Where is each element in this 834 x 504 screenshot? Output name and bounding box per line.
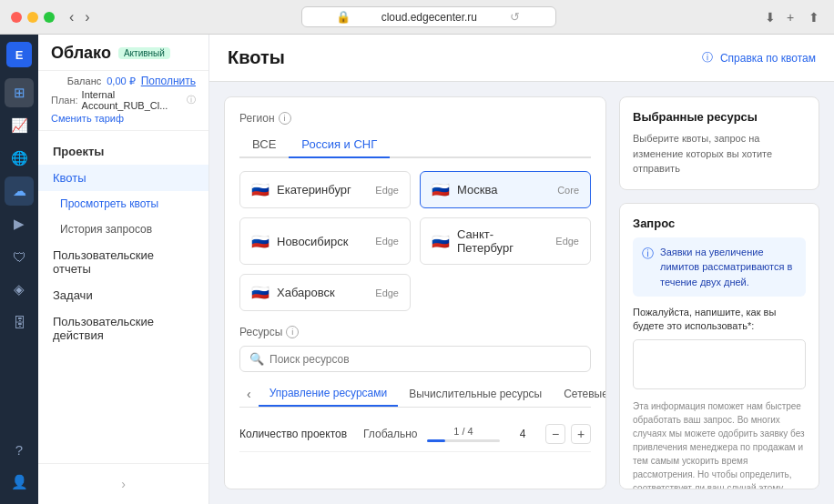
- sidebar-icon-storage[interactable]: 🗄: [5, 307, 34, 337]
- help-icon: ⓘ: [702, 50, 713, 66]
- resources-label: Ресурсы i: [239, 326, 591, 338]
- region-type-msk: Core: [557, 185, 579, 196]
- help-link[interactable]: ⓘ Справка по квотам: [702, 50, 816, 66]
- search-box: 🔍: [239, 346, 591, 372]
- sidebar-item-user-actions[interactable]: Пользовательские действия: [38, 308, 208, 348]
- close-button[interactable]: [11, 12, 22, 23]
- region-name-nsk: Новосибирск: [277, 235, 368, 248]
- sidebar-icon-cloud[interactable]: ☁: [5, 176, 34, 206]
- region-tabs: ВСЕ Россия и СНГ: [239, 132, 591, 158]
- tab-all[interactable]: ВСЕ: [239, 132, 289, 158]
- request-title: Запрос: [633, 217, 806, 230]
- collapse-button[interactable]: ›: [38, 471, 208, 497]
- sidebar-item-projects[interactable]: Проекты: [38, 138, 208, 165]
- projects-label: Проекты: [53, 145, 104, 158]
- app-content: Квоты ⓘ Справка по квотам Регион i ВСЕ: [209, 35, 834, 504]
- search-icon: 🔍: [249, 352, 264, 366]
- region-card-nsk[interactable]: 🇷🇺 Новосибирск Edge: [239, 217, 411, 265]
- flag-ekb: 🇷🇺: [251, 181, 270, 198]
- region-card-ekb[interactable]: 🇷🇺 Екатеринбург Edge: [239, 171, 411, 208]
- region-info-icon[interactable]: i: [279, 112, 291, 125]
- quota-fraction: 1 / 4: [453, 426, 473, 437]
- increment-button[interactable]: +: [571, 424, 591, 444]
- maximize-button[interactable]: [44, 12, 55, 23]
- selected-resources-title: Выбранные ресурсы: [633, 110, 806, 124]
- help-text: Справка по квотам: [720, 52, 816, 65]
- flag-msk: 🇷🇺: [432, 181, 450, 198]
- sidebar-icon-analytics[interactable]: 📈: [5, 111, 34, 140]
- usage-textarea[interactable]: [633, 339, 806, 389]
- balance-amount: 0,00 ₽: [107, 76, 135, 87]
- back-button[interactable]: ‹: [66, 7, 77, 27]
- rtab-manage[interactable]: Управление ресурсами: [259, 381, 399, 407]
- add-tab-icon[interactable]: +: [787, 10, 801, 25]
- region-name-msk: Москва: [457, 183, 550, 197]
- region-grid: 🇷🇺 Екатеринбург Edge 🇷🇺 Москва Core 🇷🇺 Н…: [239, 171, 591, 311]
- sidebar-item-quotas[interactable]: Квоты: [38, 165, 208, 191]
- user-actions-label: Пользовательские действия: [53, 315, 194, 342]
- stepper: − +: [545, 424, 591, 444]
- app-title: Облако: [51, 44, 111, 63]
- resources-info-icon[interactable]: i: [286, 326, 299, 338]
- region-card-spb[interactable]: 🇷🇺 Санкт-Петербург Edge: [420, 217, 591, 265]
- rtab-compute[interactable]: Вычислительные ресурсы: [398, 382, 553, 406]
- quotas-label: Квоты: [53, 171, 86, 185]
- sidebar-icon-user[interactable]: 👤: [5, 468, 34, 497]
- titlebar: ‹ › 🔒 cloud.edgecenter.ru ↺ ⬇ + ⬆: [0, 0, 834, 35]
- url-text: cloud.edgecenter.ru: [381, 11, 477, 24]
- app: E ⊞ 📈 🌐 ☁ ▶ 🛡 ◈ 🗄 ? 👤 Облако Активный Ба…: [0, 35, 834, 504]
- region-card-kbr[interactable]: 🇷🇺 Хабаровск Edge: [239, 274, 411, 311]
- sidebar-icon-dns[interactable]: ◈: [5, 275, 34, 304]
- sidebar-icon-video[interactable]: ▶: [5, 209, 34, 238]
- change-tariff-link[interactable]: Сменить тариф: [51, 113, 124, 124]
- address-bar[interactable]: 🔒 cloud.edgecenter.ru ↺: [301, 6, 556, 27]
- topbar: Квоты ⓘ Справка по квотам: [209, 35, 834, 82]
- region-type-kbr: Edge: [375, 287, 399, 298]
- sidebar-item-tasks[interactable]: Задачи: [38, 282, 208, 308]
- sidebar-icon-globe[interactable]: 🌐: [5, 144, 34, 173]
- search-input[interactable]: [270, 353, 581, 366]
- resources-section: Ресурсы i 🔍 ‹ Управление ресурсами Вычис…: [239, 326, 591, 452]
- right-panel: Выбранные ресурсы Выберите квоты, запрос…: [619, 96, 819, 489]
- minimize-button[interactable]: [27, 12, 38, 23]
- balance-label: Баланс: [67, 76, 101, 86]
- sidebar-item-user-reports[interactable]: Пользовательские отчеты: [38, 242, 208, 282]
- rtab-network[interactable]: Сетевые сервисы: [553, 382, 606, 406]
- sidebar-icon-help[interactable]: ?: [5, 435, 34, 464]
- traffic-lights: [11, 12, 55, 23]
- region-card-msk[interactable]: 🇷🇺 Москва Core: [420, 171, 591, 208]
- flag-nsk: 🇷🇺: [251, 233, 270, 250]
- resource-scope-projects: Глобально: [363, 428, 418, 440]
- region-section: Регион i ВСЕ Россия и СНГ 🇷🇺 Екатеринбур…: [239, 112, 591, 311]
- plan-name: Internal Account_RUB_Cl...: [82, 89, 183, 111]
- sidebar-icon-dashboard[interactable]: ⊞: [5, 78, 34, 107]
- main-sidebar: Облако Активный Баланс 0,00 ₽ Пополнить …: [38, 35, 209, 504]
- sidebar-item-request-history[interactable]: История запросов: [38, 217, 208, 242]
- resource-row-projects: Количество проектов Глобально 1 / 4 4 − …: [239, 417, 591, 452]
- flag-kbr: 🇷🇺: [251, 284, 270, 301]
- download-icon[interactable]: ⬇: [765, 10, 779, 25]
- request-hint: Эта информация поможет нам быстрее обраб…: [633, 399, 806, 489]
- plan-prefix: План:: [51, 95, 78, 106]
- region-label: Регион i: [239, 112, 591, 125]
- sidebar-icon-shield[interactable]: 🛡: [5, 242, 34, 271]
- replenish-button[interactable]: Пополнить: [141, 75, 196, 87]
- user-reports-label: Пользовательские отчеты: [53, 248, 194, 276]
- main-panel: Регион i ВСЕ Россия и СНГ 🇷🇺 Екатеринбур…: [224, 96, 606, 489]
- region-name-kbr: Хабаровск: [277, 286, 368, 299]
- quota-value: 4: [509, 428, 536, 440]
- request-history-label: История запросов: [60, 223, 152, 236]
- rtab-prev[interactable]: ‹: [239, 383, 259, 405]
- region-type-spb: Edge: [555, 236, 579, 247]
- sidebar-bottom: ›: [38, 463, 208, 504]
- decrement-button[interactable]: −: [545, 424, 565, 444]
- selected-resources-desc: Выберите квоты, запрос на изменение кото…: [633, 131, 806, 176]
- active-badge: Активный: [118, 47, 170, 59]
- forward-button[interactable]: ›: [81, 7, 93, 27]
- share-icon[interactable]: ⬆: [809, 10, 823, 25]
- nav-buttons: ‹ ›: [66, 7, 94, 27]
- sidebar-item-view-quotas[interactable]: Просмотреть квоты: [38, 191, 208, 217]
- selected-resources-card: Выбранные ресурсы Выберите квоты, запрос…: [619, 96, 819, 190]
- tab-russia-cis[interactable]: Россия и СНГ: [289, 132, 390, 158]
- sidebar-nav: Проекты Квоты Просмотреть квоты История …: [38, 131, 208, 463]
